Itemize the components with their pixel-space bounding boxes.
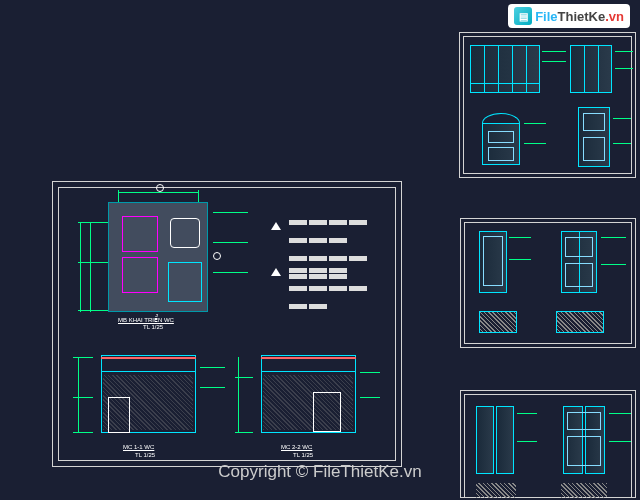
leader [609, 441, 631, 442]
slab-line [261, 357, 356, 359]
ceiling-line [101, 371, 196, 372]
toilet-fixture [170, 218, 200, 248]
dim-line [73, 357, 93, 358]
leader [200, 387, 225, 388]
plan-outline [556, 311, 604, 333]
dim-line [78, 357, 79, 432]
section-2-2 [253, 347, 363, 442]
dim-line [235, 377, 253, 378]
plan-title: MB KHAI TRIỂN WC [118, 316, 174, 323]
leader [524, 143, 546, 144]
note-triangle-icon [271, 268, 281, 276]
panel [567, 412, 601, 430]
leader [213, 212, 248, 213]
tile-grid-2 [122, 257, 158, 293]
dim-line [73, 432, 93, 433]
leader [213, 242, 248, 243]
dim-line [78, 222, 108, 223]
leader [200, 367, 225, 368]
leader [509, 237, 531, 238]
sec1-title: MC 1-1 WC [123, 444, 154, 450]
leader [517, 413, 537, 414]
plan-outline [479, 311, 517, 333]
panel [483, 236, 503, 286]
logo-text-file: File [535, 9, 557, 24]
note-block-2 [288, 260, 368, 314]
leader [609, 413, 631, 414]
leader [360, 397, 380, 398]
file-icon: ▤ [514, 7, 532, 25]
leader [615, 51, 633, 52]
mullion [484, 45, 485, 93]
cad-canvas[interactable]: ▤ File ThietKe .vn [0, 0, 640, 500]
leader [509, 259, 531, 260]
leader [601, 264, 626, 265]
drawing-sheet-r1[interactable] [459, 32, 636, 178]
copyright-text: Copyright © FileThietKe.vn [0, 462, 640, 482]
frame [570, 45, 612, 93]
rail [470, 83, 540, 84]
leader [542, 61, 566, 62]
logo-text-vn: .vn [605, 9, 624, 24]
grid-bubble [213, 252, 221, 260]
mullion [526, 45, 527, 93]
watermark-logo: ▤ File ThietKe .vn [508, 4, 630, 28]
sec2-title: MC 2-2 WC [281, 444, 312, 450]
leader [213, 272, 248, 273]
panel [565, 263, 593, 287]
dim-line [198, 190, 199, 202]
plan-scale: TL 1/25 [143, 324, 163, 330]
wall-hatch [561, 483, 607, 498]
leader [524, 123, 546, 124]
dim-line [78, 262, 108, 263]
grid-bubble [156, 184, 164, 192]
sec1-scale: TL 1/25 [135, 452, 155, 458]
logo-text-thietke: ThietKe [558, 9, 606, 24]
sec2-scale: TL 1/25 [293, 452, 313, 458]
leader [517, 441, 537, 442]
dim-line [118, 192, 198, 193]
panel [565, 237, 593, 257]
wall-hatch [476, 483, 516, 498]
note-triangle-icon [271, 222, 281, 230]
drawing-sheet-r2[interactable] [460, 218, 636, 348]
wc-plan [108, 202, 208, 312]
section-1-1 [93, 347, 203, 442]
panel [583, 113, 605, 131]
mullion [598, 45, 599, 93]
dim-line [78, 310, 108, 311]
leader [601, 237, 626, 238]
tile-grid-1 [122, 216, 158, 252]
door-section [313, 392, 341, 432]
leader [360, 372, 380, 373]
leader [615, 68, 633, 69]
panel [583, 137, 605, 161]
panel [488, 147, 514, 161]
leader [542, 51, 566, 52]
window-elevation-1 [470, 45, 540, 93]
panel [488, 131, 514, 143]
dim-line [238, 357, 239, 432]
drawing-sheet-main[interactable]: MB KHAI TRIỂN WC TL 1/25 [52, 181, 402, 467]
toilet-side [108, 397, 130, 433]
mullion [584, 45, 585, 93]
mullion [498, 45, 499, 93]
ceiling-line [261, 371, 356, 372]
dim-line [80, 222, 81, 312]
dim-line [90, 222, 91, 312]
leader [613, 143, 631, 144]
slab-line [101, 357, 196, 359]
frame [470, 45, 540, 93]
dim-line [235, 432, 253, 433]
logo-box: ▤ File ThietKe .vn [508, 4, 630, 28]
mullion [512, 45, 513, 93]
dim-line [73, 397, 93, 398]
shower-area [168, 262, 202, 302]
leader [613, 118, 631, 119]
